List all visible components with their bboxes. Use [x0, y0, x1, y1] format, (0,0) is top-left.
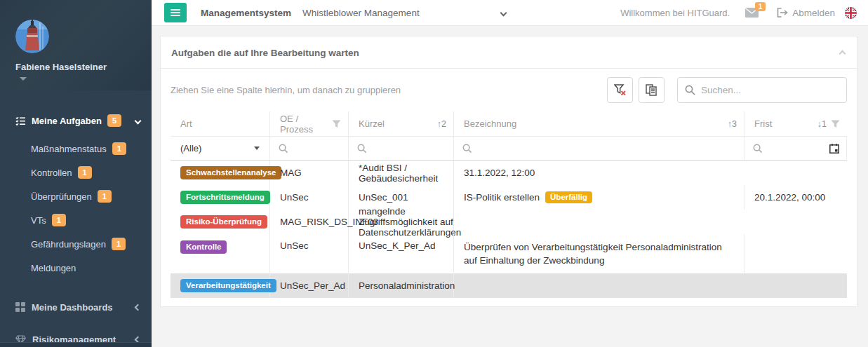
overdue-badge: Überfällig — [545, 191, 592, 203]
sidebar-item-gefaehrdungslagen[interactable]: Gefährdungslagen 1 — [0, 232, 152, 256]
filter-cell-oe[interactable] — [270, 137, 349, 160]
avatar[interactable] — [15, 20, 49, 53]
table-row[interactable]: Risiko-Überprüfung MAG_RISK_DS_INF03 man… — [171, 210, 847, 234]
profile-section[interactable]: Fabiene Haselsteiner — [0, 0, 152, 90]
cell-bezeichnung: Personaladministration — [349, 273, 454, 298]
grid-toolbar: Ziehen Sie eine Spalte hierhin, um danac… — [161, 69, 857, 111]
filter-cell-kuerzel[interactable] — [349, 137, 454, 160]
search-input[interactable] — [701, 85, 839, 95]
sidebar-item-meine-aufgaben[interactable]: Meine Aufgaben 5 — [0, 109, 152, 132]
sidebar-item-label: Kontrollen — [31, 168, 72, 178]
profile-user-name: Fabiene Haselsteiner — [15, 62, 139, 72]
panel-collapse-button[interactable] — [839, 46, 846, 60]
column-header-kuerzel[interactable]: Kürzel ↑2 — [349, 111, 454, 136]
panel-title: Aufgaben die auf Ihre Bearbeitung warten — [171, 48, 359, 58]
cell-oe: UnSec — [270, 185, 349, 210]
sidebar-item-label: Gefährdungslagen — [31, 239, 106, 250]
sidebar-item-label: Überprüfungen — [31, 191, 92, 202]
search-icon — [462, 144, 472, 154]
table-row[interactable]: Schwachstellenanalyse MAG *Audit BSI / G… — [171, 161, 847, 185]
type-badge: Verarbeitungstätigkeit — [180, 279, 276, 292]
filter-funnel-icon[interactable] — [332, 120, 341, 128]
table-row-selected[interactable]: Verarbeitungstätigkeit UnSec_Per_Ad Pers… — [171, 273, 847, 298]
sort-indicator: ↑3 — [728, 119, 737, 129]
sidebar-sub-list: Maßnahmenstatus 1 Kontrollen 1 Überprüfu… — [0, 137, 152, 280]
tasks-panel: Aufgaben die auf Ihre Bearbeitung warten… — [160, 36, 857, 307]
search-icon — [357, 144, 367, 154]
count-badge: 1 — [78, 166, 92, 179]
sidebar-toggle-button[interactable] — [164, 3, 187, 22]
cell-bezeichnung: *Audit BSI / Gebäudesicherheit — [349, 161, 454, 185]
logout-label: Abmelden — [792, 8, 835, 18]
column-header-frist[interactable]: Frist ↓1 — [745, 111, 847, 136]
chevron-left-icon — [135, 304, 142, 311]
group-panel-hint: Ziehen Sie eine Spalte hierhin, um danac… — [171, 85, 401, 95]
language-flag-uk-icon[interactable] — [845, 7, 857, 19]
cell-frist: 31.1.2022, 12:00 — [454, 161, 745, 185]
module-selector[interactable]: Whistleblower Management — [302, 8, 506, 18]
welcome-text: Willkommen bei HITGuard. — [620, 8, 730, 18]
count-badge: 1 — [112, 238, 126, 250]
sidebar-item-vts[interactable]: VTs 1 — [0, 208, 152, 232]
filter-funnel-icon[interactable] — [831, 120, 840, 128]
sidebar-item-kontrollen[interactable]: Kontrollen 1 — [0, 161, 152, 184]
chevron-down-icon — [500, 9, 507, 16]
type-badge: Schwachstellenanalyse — [180, 166, 281, 179]
count-badge: 5 — [107, 114, 121, 127]
clear-filter-button[interactable] — [607, 77, 633, 103]
column-header-oe-prozess[interactable]: OE / Prozess — [270, 111, 349, 136]
export-button[interactable] — [639, 77, 665, 103]
column-label: Kürzel — [359, 118, 385, 129]
table-row[interactable]: Fortschrittsmeldung UnSec UnSec_001 IS-P… — [171, 185, 847, 210]
panel-bottom-padding — [161, 298, 857, 306]
task-list-icon — [15, 116, 26, 125]
search-icon — [279, 144, 288, 154]
sidebar-item-ueberpruefungen[interactable]: Überprüfungen 1 — [0, 184, 152, 208]
column-header-art[interactable]: Art — [171, 111, 270, 136]
module-selector-value: Whistleblower Management — [302, 8, 420, 18]
tasks-table: Art OE / Prozess Kürzel ↑2 Bezeichnung — [171, 111, 847, 298]
cell-oe: MAG — [270, 161, 349, 185]
sort-indicator: ↑2 — [437, 119, 446, 129]
cell-oe: UnSec — [270, 234, 349, 273]
sign-out-icon — [777, 8, 788, 18]
logout-button[interactable]: Abmelden — [777, 8, 835, 18]
count-badge: 1 — [52, 214, 66, 226]
sidebar-item-meldungen[interactable]: Meldungen — [0, 256, 152, 280]
bezeichnung-text: IS-Politik erstellen — [464, 192, 540, 203]
main-area: Managementsystem Whistleblower Managemen… — [152, 0, 868, 347]
chevron-up-icon — [839, 50, 846, 57]
messages-count-badge: 1 — [755, 2, 766, 11]
sidebar-item-label: Meldungen — [31, 263, 76, 273]
page-content: Aufgaben die auf Ihre Bearbeitung warten… — [152, 26, 868, 347]
sidebar-item-meine-dashboards[interactable]: Meine Dashboards — [0, 291, 152, 323]
sidebar-item-massnahmenstatus[interactable]: Maßnahmenstatus 1 — [0, 137, 152, 161]
copy-export-icon — [646, 84, 657, 96]
sidebar-item-label: Meine Aufgaben — [32, 116, 102, 126]
art-filter-value: (Alle) — [179, 143, 201, 154]
filter-cell-bezeichnung[interactable] — [454, 137, 745, 160]
top-header: Managementsystem Whistleblower Managemen… — [152, 0, 868, 26]
sidebar-item-label: VTs — [31, 215, 46, 226]
hamburger-icon — [171, 8, 180, 18]
bezeichnung-text: Überprüfen von Verarbeitungstätigkeit Pe… — [464, 240, 737, 267]
clear-filter-icon — [614, 84, 627, 96]
filter-cell-frist[interactable] — [745, 137, 847, 160]
sidebar-nav: Meine Aufgaben 5 Maßnahmenstatus 1 Kontr… — [0, 109, 152, 347]
profile-dropdown-caret-icon[interactable] — [20, 77, 27, 81]
panel-header: Aufgaben die auf Ihre Bearbeitung warten — [161, 36, 857, 69]
search-icon — [753, 144, 763, 154]
grid-search — [677, 77, 847, 103]
type-badge: Kontrolle — [180, 240, 227, 254]
filter-cell-art[interactable]: (Alle) — [171, 137, 270, 160]
table-row[interactable]: Kontrolle UnSec UnSec_K_Per_Ad Überprüfe… — [171, 234, 847, 273]
table-header-row: Art OE / Prozess Kürzel ↑2 Bezeichnung — [171, 111, 847, 136]
app-title: Managementsystem — [201, 8, 291, 18]
type-badge: Risiko-Überprüfung — [180, 215, 267, 229]
chevron-down-icon — [135, 117, 142, 124]
column-label: Art — [180, 118, 192, 129]
sidebar-footer-divider — [0, 342, 152, 347]
calendar-icon[interactable] — [829, 144, 839, 154]
messages-button[interactable]: 1 — [745, 8, 759, 18]
column-header-bezeichnung[interactable]: Bezeichnung ↑3 — [454, 111, 745, 136]
